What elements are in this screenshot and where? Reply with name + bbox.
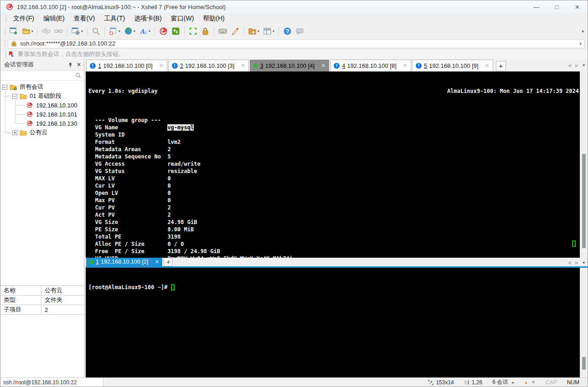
- menu-item[interactable]: 帮助(H): [198, 13, 229, 24]
- disconnect-button[interactable]: [41, 26, 52, 37]
- close-tab-icon[interactable]: ✕: [159, 62, 164, 69]
- address-field[interactable]: ssh://root:******@192.168.10.100:22 ▾: [8, 39, 585, 48]
- close-button[interactable]: ✕: [567, 0, 588, 13]
- web-button[interactable]: ▾: [123, 26, 137, 37]
- menu-grip[interactable]: [5, 15, 7, 22]
- lock-screen-button[interactable]: [200, 26, 211, 37]
- tree-item[interactable]: 192.168.10.101: [0, 110, 84, 119]
- address-dropdown-icon[interactable]: ▾: [579, 41, 582, 46]
- help-button[interactable]: ?: [282, 26, 293, 37]
- toolbar-overflow-caret[interactable]: ▾: [582, 29, 584, 34]
- menu-item[interactable]: 查看(V): [69, 13, 100, 24]
- terminal-cursor: [572, 240, 576, 247]
- terminal-tab[interactable]: !4192.168.10.100 [8]✕: [330, 60, 411, 71]
- terminal-tab[interactable]: !5192.168.10.100 [9]✕: [412, 60, 493, 71]
- menu-item[interactable]: 选项卡(B): [129, 13, 166, 24]
- collapse-icon[interactable]: −: [2, 85, 7, 90]
- new-terminal-button[interactable]: [8, 26, 20, 37]
- xshell-button[interactable]: [158, 26, 169, 37]
- tile-windows-button[interactable]: ▾: [262, 26, 276, 37]
- terminal-line: VG Status resizable: [88, 168, 579, 175]
- find-icon: [92, 27, 100, 36]
- terminal-tab[interactable]: 1192.168.10.100 [2]✕: [86, 258, 162, 266]
- menu-item[interactable]: 窗口(W): [166, 13, 199, 24]
- title-bar[interactable]: 192.168.10.100 [2] - root@AlmaLinux9-100…: [0, 0, 588, 13]
- find-button[interactable]: [90, 26, 102, 37]
- bottom-terminal[interactable]: [root@AlmaLinux9-100 ~]#: [86, 268, 580, 377]
- address-url[interactable]: ssh://root:******@192.168.10.100:22: [20, 40, 115, 47]
- menu-item[interactable]: 文件(F): [9, 13, 39, 24]
- terminal-tab[interactable]: !2192.168.10.100 [3]✕: [168, 60, 249, 71]
- xftp-button[interactable]: [170, 26, 181, 37]
- session-icon: [26, 120, 34, 127]
- top-terminal-scrollbar[interactable]: [580, 71, 588, 258]
- compose-bar-button[interactable]: ▾: [108, 26, 122, 37]
- tree-item[interactable]: 192.168.10.100: [0, 101, 84, 110]
- menu-item[interactable]: 工具(T): [99, 13, 129, 24]
- top-terminal[interactable]: Every 1.0s: vgdisplay AlmaLinux9-100: Mo…: [86, 71, 580, 258]
- close-tab-icon[interactable]: ✕: [485, 62, 490, 69]
- scroll-tabs-right-icon[interactable]: ▶: [575, 260, 579, 265]
- messenger-button[interactable]: [294, 26, 305, 37]
- new-tab-button[interactable]: +: [164, 258, 173, 266]
- maximize-button[interactable]: □: [547, 0, 567, 13]
- bottom-terminal-scrollbar[interactable]: [580, 268, 588, 377]
- expand-icon[interactable]: +: [12, 130, 17, 135]
- highlight-pen-button[interactable]: [229, 26, 241, 37]
- scrollbar-thumb[interactable]: [582, 154, 586, 248]
- new-tab-button[interactable]: +: [496, 61, 506, 71]
- tab-list-caret-icon[interactable]: ▾: [583, 260, 585, 265]
- caps-lock-indicator: CAP: [546, 379, 557, 386]
- new-session-button[interactable]: ▾: [247, 26, 261, 37]
- dropdown-caret-icon[interactable]: ▾: [119, 29, 120, 33]
- session-search-input[interactable]: [0, 71, 75, 80]
- full-screen-button[interactable]: [187, 26, 199, 37]
- open-session-button[interactable]: ▾: [21, 26, 35, 37]
- scroll-tabs-right-icon[interactable]: ▶: [575, 63, 579, 68]
- font-button[interactable]: AA ▾: [138, 26, 152, 37]
- dropdown-caret-icon[interactable]: ▾: [149, 29, 150, 33]
- close-tab-icon[interactable]: ✕: [241, 62, 245, 69]
- dropdown-caret-icon[interactable]: ▾: [134, 29, 135, 33]
- close-tab-icon[interactable]: ✕: [155, 259, 159, 265]
- session-count-caret-icon[interactable]: ▴: [512, 380, 514, 384]
- panel-close-icon[interactable]: ✕: [77, 61, 81, 68]
- scrollbar-thumb[interactable]: [582, 357, 586, 370]
- close-tab-icon[interactable]: ✕: [321, 62, 325, 69]
- tab-list-caret-icon[interactable]: ▾: [583, 63, 585, 67]
- session-manager-title: 会话管理器: [4, 61, 34, 69]
- tree-item[interactable]: −所有会话: [0, 82, 84, 92]
- scroll-tabs-left-icon[interactable]: ◀: [567, 63, 571, 68]
- session-count[interactable]: 6 会话 ▴: [492, 378, 514, 386]
- toolbar-separator: [184, 27, 185, 36]
- minimize-button[interactable]: —: [526, 0, 547, 13]
- dropdown-caret-icon[interactable]: ▾: [31, 29, 33, 33]
- pane-down-icon[interactable]: ▼: [531, 380, 536, 385]
- pin-icon[interactable]: [68, 62, 73, 67]
- dropdown-caret-icon[interactable]: ▾: [273, 29, 274, 33]
- virtual-keyboard-button[interactable]: [217, 26, 228, 37]
- dropdown-caret-icon[interactable]: ▾: [81, 29, 83, 33]
- close-tab-icon[interactable]: ✕: [403, 62, 407, 69]
- dropdown-caret-icon[interactable]: ▾: [258, 29, 259, 33]
- terminal-tab[interactable]: 3192.168.10.100 [4]✕: [250, 60, 329, 71]
- pane-up-icon[interactable]: ▲: [524, 380, 528, 385]
- scroll-tabs-left-icon[interactable]: ◀: [567, 260, 571, 265]
- address-grip[interactable]: [4, 40, 6, 47]
- tree-item[interactable]: 192.168.10.130: [0, 119, 84, 128]
- toolbar-grip[interactable]: [4, 28, 6, 35]
- session-manager-header[interactable]: 会话管理器 ✕: [0, 59, 84, 71]
- tree-item[interactable]: −01 基础阶段: [0, 92, 84, 101]
- notice-grip[interactable]: [5, 51, 7, 58]
- tab-label: 192.168.10.100 [0]: [103, 62, 152, 69]
- session-properties-button[interactable]: ▾: [70, 26, 84, 37]
- collapse-icon[interactable]: −: [12, 94, 17, 99]
- session-search[interactable]: [0, 71, 84, 81]
- menu-item[interactable]: 编辑(E): [39, 13, 69, 24]
- terminal-tab[interactable]: !1192.168.10.100 [0]✕: [86, 60, 167, 71]
- tree-item[interactable]: +公有云: [0, 128, 84, 137]
- reconnect-button[interactable]: [53, 26, 64, 37]
- bottom-tab-bar: 1192.168.10.100 [2]✕+ ◀ ▶ ▾: [86, 258, 588, 268]
- search-icon[interactable]: [75, 72, 81, 78]
- disconnect-icon: [42, 27, 51, 36]
